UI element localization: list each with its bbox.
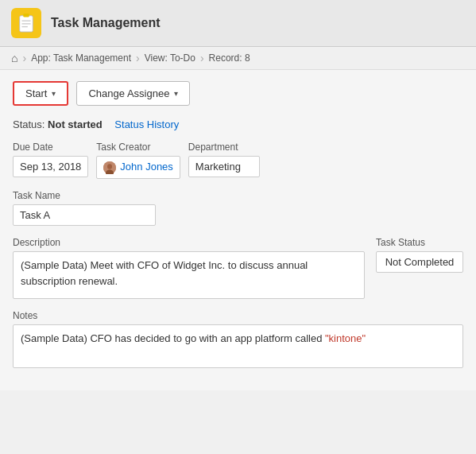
department-label: Department bbox=[188, 142, 260, 153]
due-date-label: Due Date bbox=[13, 142, 88, 153]
notes-text-quoted: "kintone" bbox=[325, 332, 366, 344]
notes-value: (Sample Data) CFO has decided to go with… bbox=[13, 324, 463, 368]
home-icon[interactable]: ⌂ bbox=[11, 52, 17, 64]
app-header: Task Management bbox=[0, 0, 476, 47]
svg-rect-1 bbox=[23, 14, 29, 17]
department-value: Marketing bbox=[188, 156, 260, 177]
task-status-value: Not Completed bbox=[376, 251, 463, 273]
due-date-value: Sep 13, 2018 bbox=[13, 156, 88, 177]
description-label: Description bbox=[13, 237, 365, 248]
notes-section: Notes (Sample Data) CFO has decided to g… bbox=[13, 310, 463, 368]
task-status-section: Task Status Not Completed bbox=[376, 237, 463, 273]
task-name-label: Task Name bbox=[13, 190, 463, 201]
department-group: Department Marketing bbox=[188, 142, 260, 179]
task-name-group: Task Name Task A bbox=[13, 190, 463, 226]
breadcrumb-sep-3: › bbox=[200, 52, 204, 64]
change-assignee-label: Change Assignee bbox=[88, 87, 169, 99]
svg-point-6 bbox=[107, 164, 112, 169]
desc-status-row: Description (Sample Data) Meet with CFO … bbox=[13, 237, 463, 299]
top-fields-row: Due Date Sep 13, 2018 Task Creator John … bbox=[13, 142, 463, 179]
start-button[interactable]: Start ▾ bbox=[13, 81, 68, 106]
app-title: Task Management bbox=[51, 16, 161, 30]
breadcrumb: ⌂ › App: Task Management › View: To-Do ›… bbox=[0, 47, 476, 70]
notes-label: Notes bbox=[13, 310, 463, 321]
start-chevron-icon: ▾ bbox=[52, 89, 56, 98]
task-status-label: Task Status bbox=[376, 237, 463, 248]
breadcrumb-record: Record: 8 bbox=[209, 52, 250, 64]
due-date-group: Due Date Sep 13, 2018 bbox=[13, 142, 88, 179]
description-section: Description (Sample Data) Meet with CFO … bbox=[13, 237, 365, 299]
breadcrumb-app: App: Task Management bbox=[31, 52, 131, 64]
action-bar: Start ▾ Change Assignee ▾ bbox=[13, 81, 463, 106]
app-icon bbox=[11, 8, 41, 38]
creator-name: John Jones bbox=[120, 161, 173, 173]
status-row: Status: Not started Status History bbox=[13, 118, 463, 130]
start-button-label: Start bbox=[25, 87, 47, 99]
description-value: (Sample Data) Meet with CFO of Widget In… bbox=[13, 251, 365, 299]
breadcrumb-sep-1: › bbox=[22, 52, 26, 64]
change-assignee-button[interactable]: Change Assignee ▾ bbox=[76, 81, 190, 106]
status-value: Not started bbox=[48, 118, 103, 130]
task-name-value: Task A bbox=[13, 204, 156, 226]
task-name-section: Task Name Task A bbox=[13, 190, 463, 226]
task-creator-value: John Jones bbox=[96, 156, 180, 179]
status-history-link[interactable]: Status History bbox=[114, 118, 179, 130]
notes-text-plain: (Sample Data) CFO has decided to go with… bbox=[21, 332, 325, 344]
creator-avatar bbox=[103, 161, 116, 174]
status-prefix: Status: bbox=[13, 118, 45, 130]
main-content: Start ▾ Change Assignee ▾ Status: Not st… bbox=[0, 70, 476, 390]
breadcrumb-view: View: To-Do bbox=[145, 52, 195, 64]
task-creator-label: Task Creator bbox=[96, 142, 180, 153]
breadcrumb-sep-2: › bbox=[136, 52, 140, 64]
task-creator-group: Task Creator John Jones bbox=[96, 142, 180, 179]
assignee-chevron-icon: ▾ bbox=[174, 89, 178, 98]
